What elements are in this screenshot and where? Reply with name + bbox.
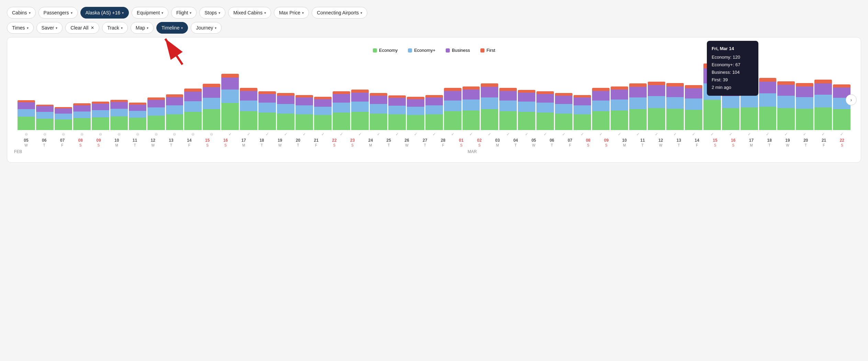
zoom-out-icon[interactable]: ⊖: [173, 132, 176, 137]
bar-group[interactable]: [36, 61, 54, 130]
check-icon[interactable]: ✓: [840, 132, 843, 137]
bar-group[interactable]: [499, 61, 517, 130]
check-icon[interactable]: ✓: [618, 132, 621, 137]
zoom-out-icon[interactable]: ⊖: [155, 132, 158, 137]
filter-btn-max-price[interactable]: Max Price▾: [274, 7, 309, 19]
check-icon[interactable]: ✓: [488, 132, 491, 137]
filter-btn-clear-all[interactable]: Clear All✕: [65, 22, 99, 34]
check-icon[interactable]: ✓: [544, 132, 547, 137]
filter-btn-timeline[interactable]: Timeline▾: [156, 22, 188, 34]
check-icon[interactable]: ✓: [229, 132, 232, 137]
bar-group[interactable]: [611, 61, 628, 130]
bar-group[interactable]: [666, 61, 684, 130]
bar-group[interactable]: [388, 61, 406, 130]
bar-group[interactable]: [55, 61, 72, 130]
zoom-out-icon[interactable]: ⊖: [43, 132, 46, 137]
bar-group[interactable]: [555, 61, 572, 130]
zoom-out-icon[interactable]: ⊖: [62, 132, 65, 137]
check-icon[interactable]: ✓: [655, 132, 658, 137]
zoom-out-icon[interactable]: ⊖: [99, 132, 102, 137]
bar-group[interactable]: [333, 61, 350, 130]
zoom-out-icon[interactable]: ⊖: [191, 132, 194, 137]
check-icon[interactable]: ✓: [692, 132, 695, 137]
filter-btn-alaska[interactable]: Alaska (AS) +16▾: [80, 7, 129, 19]
check-icon[interactable]: ✓: [358, 132, 361, 137]
bar-group[interactable]: [129, 61, 146, 130]
bar-group[interactable]: [425, 61, 443, 130]
filter-btn-stops[interactable]: Stops▾: [199, 7, 225, 19]
zoom-out-icon[interactable]: ⊖: [210, 132, 213, 137]
check-icon[interactable]: ✓: [562, 132, 565, 137]
bar-group[interactable]: [722, 61, 739, 130]
check-icon[interactable]: ✓: [247, 132, 250, 137]
bar-group[interactable]: [407, 61, 424, 130]
check-icon[interactable]: ✓: [266, 132, 269, 137]
bar-group[interactable]: [536, 61, 554, 130]
zoom-out-icon[interactable]: ⊖: [136, 132, 139, 137]
check-icon[interactable]: ✓: [321, 132, 324, 137]
bar-group[interactable]: [796, 61, 813, 130]
filter-btn-saver[interactable]: Saver▾: [36, 22, 63, 34]
check-icon[interactable]: ✓: [636, 132, 639, 137]
bar-group[interactable]: [258, 61, 276, 130]
bar-group[interactable]: [518, 61, 535, 130]
bar-group[interactable]: [184, 61, 202, 130]
bar-group[interactable]: [574, 61, 591, 130]
check-icon[interactable]: ✓: [396, 132, 399, 137]
bar-group[interactable]: [166, 61, 183, 130]
check-icon[interactable]: ✓: [377, 132, 380, 137]
bar-group[interactable]: [221, 61, 239, 130]
bar-group[interactable]: [277, 61, 294, 130]
filter-btn-equipment[interactable]: Equipment▾: [132, 7, 168, 19]
bar-group[interactable]: [110, 61, 128, 130]
close-icon[interactable]: ✕: [91, 25, 94, 30]
check-icon[interactable]: ✓: [711, 132, 714, 137]
check-icon[interactable]: ✓: [433, 132, 436, 137]
check-icon[interactable]: ✓: [766, 132, 769, 137]
bar-group[interactable]: [73, 61, 91, 130]
bar-group[interactable]: [463, 61, 480, 130]
bar-group[interactable]: [203, 61, 220, 130]
filter-btn-connecting-airports[interactable]: Connecting Airports▾: [312, 7, 367, 19]
bar-group[interactable]: [314, 61, 332, 130]
bar-group[interactable]: [592, 61, 610, 130]
bar-group[interactable]: [703, 61, 721, 130]
bar-group[interactable]: [147, 61, 165, 130]
check-icon[interactable]: ✓: [581, 132, 584, 137]
filter-btn-cabins[interactable]: Cabins▾: [7, 7, 36, 19]
check-icon[interactable]: ✓: [340, 132, 343, 137]
filter-btn-map[interactable]: Map▾: [131, 22, 154, 34]
bar-group[interactable]: [648, 61, 665, 130]
filter-btn-times[interactable]: Times▾: [7, 22, 34, 34]
check-icon[interactable]: ✓: [803, 132, 806, 137]
check-icon[interactable]: ✓: [303, 132, 306, 137]
bar-group[interactable]: [444, 61, 461, 130]
bar-group[interactable]: [240, 61, 257, 130]
bar-group[interactable]: [18, 61, 35, 130]
bar-group[interactable]: [777, 61, 795, 130]
check-icon[interactable]: ✓: [784, 132, 788, 137]
bar-group[interactable]: [629, 61, 647, 130]
bar-group[interactable]: [759, 61, 777, 130]
bar-group[interactable]: [741, 61, 758, 130]
check-icon[interactable]: ✓: [822, 132, 825, 137]
bar-group[interactable]: [814, 61, 832, 130]
bar-group[interactable]: [685, 61, 702, 130]
filter-btn-flight[interactable]: Flight▾: [171, 7, 197, 19]
check-icon[interactable]: ✓: [599, 132, 602, 137]
bar-group[interactable]: [481, 61, 498, 130]
filter-btn-track[interactable]: Track▾: [102, 22, 127, 34]
check-icon[interactable]: ✓: [507, 132, 510, 137]
bar-group[interactable]: [351, 61, 369, 130]
bar-group[interactable]: [370, 61, 387, 130]
zoom-out-icon[interactable]: ⊖: [118, 132, 121, 137]
zoom-out-icon[interactable]: ⊖: [80, 132, 84, 137]
filter-btn-journey[interactable]: Journey▾: [191, 22, 222, 34]
filter-btn-passengers[interactable]: Passengers▾: [38, 7, 78, 19]
check-icon[interactable]: ✓: [525, 132, 528, 137]
check-icon[interactable]: ✓: [674, 132, 677, 137]
check-icon[interactable]: ✓: [729, 132, 732, 137]
zoom-out-icon[interactable]: ⊖: [25, 132, 28, 137]
filter-btn-mixed-cabins[interactable]: Mixed Cabins▾: [228, 7, 271, 19]
check-icon[interactable]: ✓: [414, 132, 417, 137]
